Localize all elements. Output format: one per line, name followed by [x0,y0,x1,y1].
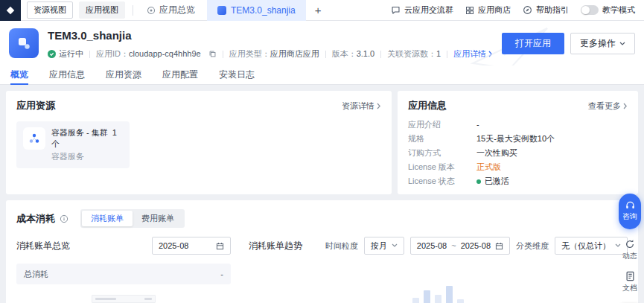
bill-overview-column: 消耗账单总览 2025-08 总消耗 - [16,237,231,303]
divider [380,51,381,58]
container-cluster-tile[interactable]: 容器服务 - 集群1 个 容器服务 [16,121,130,168]
active-status-dot [476,179,481,184]
teach-mode-control: 教学模式 [581,4,635,16]
trend-date-range-picker[interactable]: 2025-08 ~ 2025-08 [410,237,510,255]
status-label: 运行中 [59,48,83,60]
segment-fee-bill[interactable]: 费用账单 [133,211,183,226]
tab-app-info[interactable]: 应用信息 [49,66,85,84]
help-guide-label: 帮助指引 [536,4,569,16]
app-detail-link-label: 应用详情 [453,48,486,60]
info-label: 规格 [408,134,476,144]
dimension-value: 无（仅总计） [561,240,610,252]
trend-bar [412,298,419,303]
dimension-select[interactable]: 无（仅总计） [555,237,628,255]
app-store-button[interactable]: 应用商店 [465,4,511,16]
resource-card-title: 应用资源 [16,99,55,112]
range-start-value: 2025-08 [417,241,447,250]
tab-overview[interactable]: 概览 [10,66,28,84]
chat-icon [391,5,401,15]
total-consume-label: 总消耗 [24,269,48,280]
app-view-button[interactable]: 应用视图 [79,1,125,19]
open-app-button[interactable]: 打开应用 [502,33,564,54]
divider [223,51,223,58]
chevron-right-icon [623,103,628,109]
version-value: 3.1.0 [357,49,374,58]
app-tab-icon [217,6,226,15]
app-icon-glyph [16,35,32,51]
chevron-right-icon [377,103,381,109]
license-status-text: 已激活 [485,176,509,186]
copy-icon[interactable] [208,50,217,58]
docs-button[interactable]: 文档 [622,271,637,293]
total-consume-box: 总消耗 - [16,264,231,284]
teach-mode-toggle[interactable] [581,5,599,15]
chevron-right-icon [488,51,493,57]
app-id-field: 应用ID：cloudapp-cq4hhh9e [96,48,201,60]
trend-bar [457,299,464,303]
segment-consume-bill[interactable]: 消耗账单 [82,211,133,226]
range-separator: ~ [451,241,456,250]
info-label: 订购方式 [408,148,476,158]
app-type-value: 应用商店应用 [270,49,319,58]
linked-resource-label: 关联资源数： [387,49,436,58]
info-value-license-status: 已激活 [476,176,509,186]
app-header: TEM3.0_shanjia 运行中 应用ID：cloudapp-cq4hhh9… [0,21,644,66]
page-title: TEM3.0_shanjia [48,28,493,43]
overview-month-value: 2025-08 [159,241,188,250]
feed-label: 动态 [622,251,637,261]
document-icon [625,271,635,281]
app-header-main: TEM3.0_shanjia 运行中 应用ID：cloudapp-cq4hhh9… [48,28,493,60]
tab-app-resource[interactable]: 应用资源 [106,66,141,84]
bill-trend-column: 消耗账单趋势 时间粒度 按月 2025-08 ~ 2025-08 [231,237,628,303]
tile-text: 容器服务 - 集群1 个 容器服务 [51,127,123,162]
headset-icon [625,201,635,209]
brand-logo-icon [5,5,16,16]
more-actions-label: 更多操作 [580,37,616,50]
app-resource-card: 应用资源 资源详情 容器服务 - 集群1 个 容器服务 [6,91,392,194]
granularity-select[interactable]: 按月 [364,237,404,255]
consult-button[interactable]: 咨询 [619,194,641,229]
total-consume-value: - [220,269,223,278]
trend-controls: 时间粒度 按月 2025-08 ~ 2025-08 分类维度 [325,237,628,255]
view-more-link[interactable]: 查看更多 [588,101,628,112]
feed-button[interactable]: 动态 [622,239,637,261]
resource-view-button[interactable]: 资源视图 [27,1,73,19]
info-label: 应用介绍 [408,120,476,130]
tile-resource-name: 容器服务 - 集群 [51,128,108,137]
chevron-down-icon [392,243,398,248]
granularity-value: 按月 [371,240,387,252]
app-meta-row: 运行中 应用ID：cloudapp-cq4hhh9e 应用类型：应用商店应用 版… [48,48,493,60]
bill-overview-title: 消耗账单总览 [16,240,70,252]
dimension-label: 分类维度 [516,240,549,252]
info-label: License 版本 [408,162,476,172]
compass-icon [523,5,532,15]
tab-install-log[interactable]: 安装日志 [219,66,255,84]
overview-icon [147,6,156,15]
divider [133,5,133,16]
resource-detail-link[interactable]: 资源详情 [342,101,381,112]
tab-app-config[interactable]: 应用配置 [162,66,198,84]
overview-month-picker[interactable]: 2025-08 [152,237,231,255]
brand-logo[interactable] [0,0,21,21]
more-actions-button[interactable]: 更多操作 [570,33,635,54]
divider [325,51,326,58]
bill-trend-head: 消耗账单趋势 时间粒度 按月 2025-08 ~ 2025-08 [249,237,628,255]
app-detail-link[interactable]: 应用详情 [453,48,493,60]
cloud-app-community-button[interactable]: 云应用交流群 [391,4,453,16]
topbar-right: 云应用交流群 应用商店 帮助指引 教学模式 [391,4,635,16]
app-overview-tab[interactable]: 应用总览 [141,4,201,16]
header-actions: 打开应用 更多操作 [502,28,635,60]
chevron-down-icon [619,42,625,46]
help-guide-button[interactable]: 帮助指引 [523,4,569,16]
linked-resource-field: 关联资源数：1 [387,48,441,60]
new-tab-button[interactable]: + [315,4,322,16]
tab-app-tem3[interactable]: TEM3.0_shanjia [207,0,306,21]
divider [89,51,90,58]
info-rows: 应用介绍 - 规格 15天-最大实例数10个 订购方式 一次性购买 Licens… [408,120,628,186]
range-end-value: 2025-08 [461,241,491,250]
grid-icon [465,6,474,15]
info-icon[interactable] [60,214,68,223]
bill-skeleton [92,295,156,303]
resource-detail-link-label: 资源详情 [342,101,374,112]
info-row-spec: 规格 15天-最大实例数10个 [408,134,628,144]
